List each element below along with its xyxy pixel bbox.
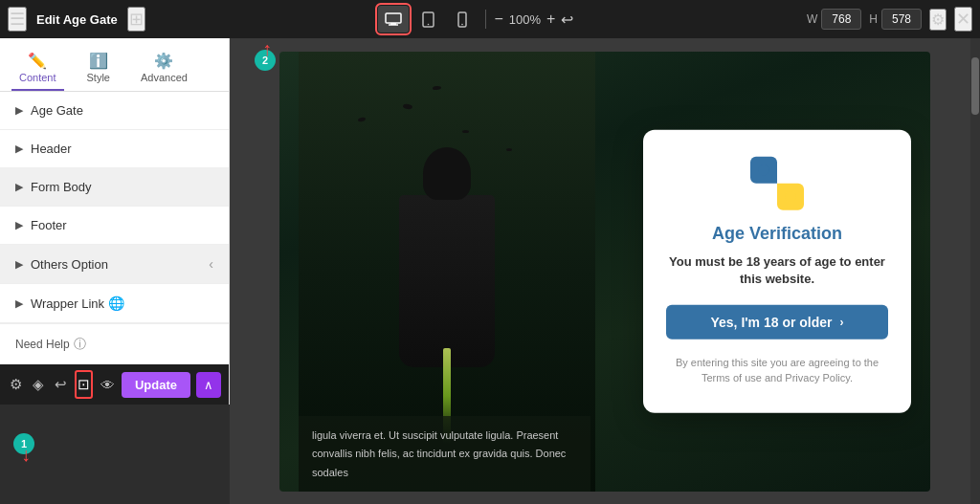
zoom-in-button[interactable]: + [546, 11, 555, 28]
tab-style-label: Style [87, 72, 110, 83]
responsive-toolbar-button[interactable]: ⊡ [75, 370, 93, 399]
arrow-icon: ▶ [15, 181, 23, 193]
zoom-level: 100% [509, 12, 541, 27]
sidebar: ✏️ Content ℹ️ Style ⚙️ Advanced ▶ Age Ga… [0, 38, 230, 405]
grid-apps-button[interactable]: ⊞ [127, 7, 145, 32]
sidebar-footer: Need Help ⓘ [0, 323, 229, 364]
tab-content[interactable]: ✏️ Content [11, 46, 64, 91]
update-caret-button[interactable]: ∧ [196, 372, 221, 398]
confirm-age-button[interactable]: Yes, I'm 18 or older › [666, 305, 888, 340]
tab-advanced[interactable]: ⚙️ Advanced [133, 46, 195, 91]
zoom-out-button[interactable]: − [494, 11, 502, 28]
history-toolbar-button[interactable]: ↩ [53, 370, 69, 399]
tablet-device-button[interactable] [412, 6, 443, 33]
main-content: ✏️ Content ℹ️ Style ⚙️ Advanced ▶ Age Ga… [0, 38, 980, 504]
scrollbar[interactable] [970, 38, 980, 504]
arrow-icon: ▶ [15, 142, 23, 155]
sidebar-bottom-toolbar: ⚙ ◈ ↩ ⊡ 👁 Update ∧ [0, 364, 229, 405]
sidebar-item-form-body[interactable]: ▶ Form Body [0, 168, 229, 207]
style-tab-icon: ℹ️ [89, 52, 108, 70]
modal-title: Age Verification [666, 223, 888, 243]
tab-advanced-label: Advanced [141, 72, 188, 83]
width-group: W [807, 9, 861, 30]
arrow-up-indicator: ↑ [262, 38, 272, 60]
settings-toolbar-button[interactable]: ⚙ [8, 370, 24, 399]
sidebar-item-age-gate[interactable]: ▶ Age Gate [0, 92, 229, 130]
modal-footer-text: By entering this site you are agreeing t… [666, 355, 888, 386]
tab-style[interactable]: ℹ️ Style [79, 46, 118, 91]
modal-description: You must be 18 years of age to enter thi… [666, 252, 888, 287]
top-bar-left: ☰ Edit Age Gate ⊞ [8, 7, 145, 32]
sidebar-item-wrapper-link[interactable]: ▶ Wrapper Link 🌐 [0, 284, 229, 323]
top-bar-right: W H ⚙ ✕ [807, 7, 972, 32]
sidebar-item-label: Others Option [31, 257, 108, 272]
width-input[interactable] [821, 9, 861, 30]
arrow-icon: ▶ [15, 297, 23, 310]
sidebar-item-header[interactable]: ▶ Header [0, 130, 229, 168]
update-button[interactable]: Update [122, 372, 190, 398]
height-input[interactable] [881, 9, 922, 30]
sidebar-items: ▶ Age Gate ▶ Header ▶ Form Body ▶ Footer… [0, 92, 229, 323]
tab-content-label: Content [19, 72, 56, 83]
close-button[interactable]: ✕ [954, 7, 972, 32]
height-group: H [869, 9, 922, 30]
canvas-area: 2 ↑ [230, 38, 980, 504]
chevron-right-icon: › [840, 316, 844, 329]
need-help-link[interactable]: Need Help ⓘ [15, 336, 213, 353]
canvas-overlay-text: ligula viverra et. Ut suscipit vulputate… [299, 416, 590, 492]
need-help-label: Need Help [15, 338, 70, 351]
python-logo [750, 156, 804, 209]
width-label: W [807, 12, 817, 26]
undo-button[interactable]: ↩ [561, 11, 573, 29]
arrow-down-indicator: ↓ [21, 444, 31, 466]
sidebar-item-label: Wrapper Link [31, 296, 104, 311]
figure-silhouette [394, 147, 500, 396]
arrow-icon: ▶ [15, 104, 23, 117]
arrow-icon: ▶ [15, 219, 23, 231]
page-preview: ligula viverra et. Ut suscipit vulputate… [279, 52, 930, 492]
sidebar-item-label: Header [31, 142, 72, 156]
sidebar-item-label: Form Body [31, 180, 92, 194]
arrow-icon: ▶ [15, 258, 23, 271]
svg-point-6 [462, 23, 464, 25]
globe-icon: 🌐 [108, 296, 124, 311]
sidebar-item-label: Age Gate [31, 103, 83, 118]
mobile-device-button[interactable] [447, 6, 478, 33]
height-label: H [869, 12, 878, 26]
desktop-device-button[interactable] [378, 6, 409, 33]
preview-toolbar-button[interactable]: 👁 [99, 370, 115, 399]
age-verification-modal: Age Verification You must be 18 years of… [643, 129, 911, 412]
device-switcher: − 100% + ↩ [378, 6, 573, 33]
content-tab-icon: ✏️ [28, 52, 47, 70]
top-bar: ☰ Edit Age Gate ⊞ − 100% + ↩ W H ⚙ ✕ [0, 0, 980, 38]
svg-rect-0 [386, 13, 401, 23]
page-title: Edit Age Gate [36, 12, 118, 27]
sidebar-wrapper: ✏️ Content ℹ️ Style ⚙️ Advanced ▶ Age Ga… [0, 38, 230, 504]
help-icon: ⓘ [74, 336, 86, 353]
advanced-tab-icon: ⚙️ [154, 52, 173, 70]
sidebar-item-footer[interactable]: ▶ Footer [0, 207, 229, 245]
svg-point-4 [428, 23, 430, 25]
separator [485, 10, 486, 29]
hamburger-menu-button[interactable]: ☰ [8, 7, 27, 32]
settings-button[interactable]: ⚙ [929, 9, 947, 31]
sidebar-item-others-option[interactable]: ▶ Others Option ‹ [0, 245, 229, 284]
background-image: ligula viverra et. Ut suscipit vulputate… [279, 52, 930, 492]
scroll-thumb[interactable] [971, 57, 979, 115]
layers-toolbar-button[interactable]: ◈ [30, 370, 46, 399]
zoom-controls: − 100% + ↩ [494, 11, 573, 29]
chevron-left-icon: ‹ [209, 256, 213, 272]
sidebar-item-label: Footer [31, 218, 67, 232]
sidebar-tabs: ✏️ Content ℹ️ Style ⚙️ Advanced [0, 38, 229, 92]
